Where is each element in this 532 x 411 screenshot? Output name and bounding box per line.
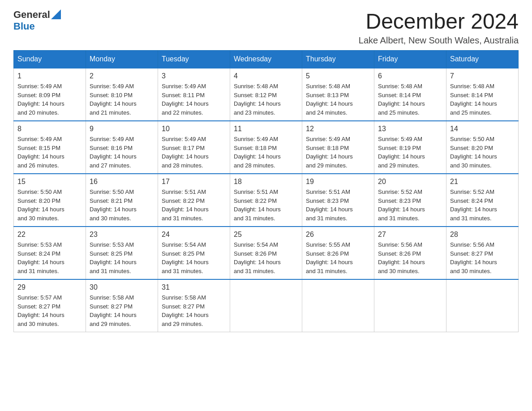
sunset-label: Sunset: 8:26 PM xyxy=(378,250,421,257)
calendar-day-header: Thursday xyxy=(302,51,374,68)
sunrise-label: Sunrise: 5:49 AM xyxy=(306,136,350,142)
calendar-day-cell: 20 Sunrise: 5:52 AM Sunset: 8:23 PM Dayl… xyxy=(374,174,446,227)
daylight-label: Daylight: 14 hours xyxy=(90,100,137,107)
daylight-label: Daylight: 14 hours xyxy=(17,312,64,318)
sunset-label: Sunset: 8:26 PM xyxy=(234,250,277,257)
day-info: Sunrise: 5:54 AM Sunset: 8:25 PM Dayligh… xyxy=(162,240,226,275)
day-info: Sunrise: 5:56 AM Sunset: 8:27 PM Dayligh… xyxy=(450,240,515,275)
calendar-day-cell: 24 Sunrise: 5:54 AM Sunset: 8:25 PM Dayl… xyxy=(158,227,230,279)
daylight-minutes: and 21 minutes. xyxy=(90,109,131,116)
svg-marker-0 xyxy=(51,9,61,19)
sunrise-label: Sunrise: 5:51 AM xyxy=(234,188,278,195)
sunset-label: Sunset: 8:24 PM xyxy=(450,197,493,204)
sunrise-label: Sunrise: 5:51 AM xyxy=(306,188,350,195)
calendar-day-cell: 1 Sunrise: 5:49 AM Sunset: 8:09 PM Dayli… xyxy=(14,68,86,121)
sunrise-label: Sunrise: 5:48 AM xyxy=(306,83,350,90)
day-number: 6 xyxy=(378,72,442,80)
day-info: Sunrise: 5:51 AM Sunset: 8:23 PM Dayligh… xyxy=(306,188,370,223)
daylight-label: Daylight: 14 hours xyxy=(378,259,425,265)
day-number: 17 xyxy=(162,178,226,186)
day-number: 14 xyxy=(450,125,515,133)
day-number: 3 xyxy=(162,72,226,80)
daylight-label: Daylight: 14 hours xyxy=(162,312,209,318)
daylight-minutes: and 28 minutes. xyxy=(162,162,203,169)
sunrise-label: Sunrise: 5:58 AM xyxy=(90,294,134,301)
sunrise-label: Sunrise: 5:50 AM xyxy=(90,188,134,195)
day-number: 18 xyxy=(234,178,298,186)
day-number: 12 xyxy=(306,125,370,133)
day-number: 8 xyxy=(17,125,82,133)
sunset-label: Sunset: 8:15 PM xyxy=(17,145,60,151)
day-number: 9 xyxy=(90,125,154,133)
day-number: 31 xyxy=(162,283,226,291)
daylight-label: Daylight: 14 hours xyxy=(162,206,209,213)
sunset-label: Sunset: 8:13 PM xyxy=(306,92,349,98)
daylight-label: Daylight: 14 hours xyxy=(378,153,425,160)
calendar-table: SundayMondayTuesdayWednesdayThursdayFrid… xyxy=(13,50,519,332)
day-number: 28 xyxy=(450,231,515,239)
calendar-day-header: Saturday xyxy=(446,51,519,68)
calendar-day-cell xyxy=(446,279,519,332)
day-info: Sunrise: 5:50 AM Sunset: 8:21 PM Dayligh… xyxy=(90,188,154,223)
sunset-label: Sunset: 8:11 PM xyxy=(162,92,205,98)
calendar-day-cell: 31 Sunrise: 5:58 AM Sunset: 8:27 PM Dayl… xyxy=(158,279,230,332)
sunset-label: Sunset: 8:24 PM xyxy=(17,250,60,257)
calendar-day-cell: 8 Sunrise: 5:49 AM Sunset: 8:15 PM Dayli… xyxy=(14,121,86,174)
daylight-minutes: and 30 minutes. xyxy=(17,215,59,222)
sunset-label: Sunset: 8:12 PM xyxy=(234,92,277,98)
daylight-label: Daylight: 14 hours xyxy=(90,312,137,318)
day-number: 13 xyxy=(378,125,442,133)
day-info: Sunrise: 5:48 AM Sunset: 8:14 PM Dayligh… xyxy=(450,82,515,117)
daylight-minutes: and 27 minutes. xyxy=(90,162,131,169)
day-number: 19 xyxy=(306,178,370,186)
daylight-label: Daylight: 14 hours xyxy=(234,153,281,160)
daylight-label: Daylight: 14 hours xyxy=(306,206,353,213)
daylight-minutes: and 22 minutes. xyxy=(162,109,203,116)
day-info: Sunrise: 5:49 AM Sunset: 8:15 PM Dayligh… xyxy=(17,135,82,170)
sunrise-label: Sunrise: 5:52 AM xyxy=(450,188,494,195)
calendar-day-cell: 25 Sunrise: 5:54 AM Sunset: 8:26 PM Dayl… xyxy=(230,227,302,279)
calendar-week-row: 29 Sunrise: 5:57 AM Sunset: 8:27 PM Dayl… xyxy=(14,279,519,332)
daylight-minutes: and 30 minutes. xyxy=(450,268,492,274)
sunrise-label: Sunrise: 5:50 AM xyxy=(17,188,62,195)
calendar-day-cell: 16 Sunrise: 5:50 AM Sunset: 8:21 PM Dayl… xyxy=(86,174,158,227)
sunset-label: Sunset: 8:25 PM xyxy=(162,250,205,257)
calendar-day-header: Tuesday xyxy=(158,51,230,68)
daylight-label: Daylight: 14 hours xyxy=(90,153,137,160)
calendar-day-cell: 4 Sunrise: 5:48 AM Sunset: 8:12 PM Dayli… xyxy=(230,68,302,121)
daylight-label: Daylight: 14 hours xyxy=(450,206,497,213)
day-info: Sunrise: 5:48 AM Sunset: 8:12 PM Dayligh… xyxy=(234,82,298,117)
day-info: Sunrise: 5:58 AM Sunset: 8:27 PM Dayligh… xyxy=(162,293,226,328)
location-subtitle: Lake Albert, New South Wales, Australia xyxy=(359,35,519,46)
sunset-label: Sunset: 8:21 PM xyxy=(90,197,133,204)
day-number: 20 xyxy=(378,178,442,186)
calendar-day-cell: 10 Sunrise: 5:49 AM Sunset: 8:17 PM Dayl… xyxy=(158,121,230,174)
sunrise-label: Sunrise: 5:57 AM xyxy=(17,294,62,301)
sunrise-label: Sunrise: 5:51 AM xyxy=(162,188,206,195)
calendar-day-cell: 18 Sunrise: 5:51 AM Sunset: 8:22 PM Dayl… xyxy=(230,174,302,227)
calendar-day-cell: 26 Sunrise: 5:55 AM Sunset: 8:26 PM Dayl… xyxy=(302,227,374,279)
sunset-label: Sunset: 8:19 PM xyxy=(378,145,421,151)
daylight-minutes: and 28 minutes. xyxy=(234,162,275,169)
calendar-day-cell: 7 Sunrise: 5:48 AM Sunset: 8:14 PM Dayli… xyxy=(446,68,519,121)
calendar-day-cell: 15 Sunrise: 5:50 AM Sunset: 8:20 PM Dayl… xyxy=(14,174,86,227)
calendar-day-cell: 9 Sunrise: 5:49 AM Sunset: 8:16 PM Dayli… xyxy=(86,121,158,174)
calendar-day-cell xyxy=(302,279,374,332)
day-number: 26 xyxy=(306,231,370,239)
sunset-label: Sunset: 8:22 PM xyxy=(162,197,205,204)
calendar-day-cell: 12 Sunrise: 5:49 AM Sunset: 8:18 PM Dayl… xyxy=(302,121,374,174)
calendar-day-cell: 29 Sunrise: 5:57 AM Sunset: 8:27 PM Dayl… xyxy=(14,279,86,332)
day-number: 4 xyxy=(234,72,298,80)
daylight-label: Daylight: 14 hours xyxy=(306,100,353,107)
daylight-minutes: and 23 minutes. xyxy=(234,109,275,116)
day-info: Sunrise: 5:53 AM Sunset: 8:24 PM Dayligh… xyxy=(17,240,82,275)
sunset-label: Sunset: 8:18 PM xyxy=(234,145,277,151)
day-number: 22 xyxy=(17,231,82,239)
day-number: 2 xyxy=(90,72,154,80)
sunset-label: Sunset: 8:10 PM xyxy=(90,92,133,98)
daylight-label: Daylight: 14 hours xyxy=(234,259,281,265)
daylight-minutes: and 31 minutes. xyxy=(90,268,131,274)
sunrise-label: Sunrise: 5:49 AM xyxy=(90,136,134,142)
sunrise-label: Sunrise: 5:58 AM xyxy=(162,294,206,301)
daylight-label: Daylight: 14 hours xyxy=(162,100,209,107)
